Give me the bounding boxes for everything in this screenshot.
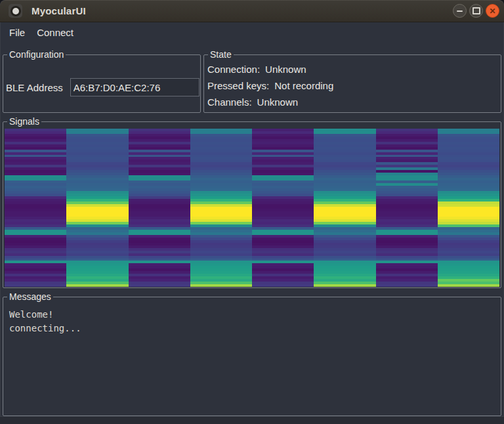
connection-value: Unknown <box>265 64 306 75</box>
menu-file[interactable]: File <box>3 24 31 41</box>
app-icon <box>9 4 22 18</box>
pressed-keys-label: Pressed keys: <box>207 80 269 91</box>
window-controls: ✕ <box>453 4 499 18</box>
channels-label: Channels: <box>207 96 252 108</box>
window-bottom-edge <box>0 416 504 424</box>
titlebar[interactable]: MyocularUI ✕ <box>0 0 504 22</box>
ble-address-row: BLE Address <box>6 77 200 97</box>
configuration-group: Configuration BLE Address <box>3 54 201 113</box>
app-icon-dot <box>12 8 19 14</box>
state-row-pressed-keys: Pressed keys: Not recording <box>207 77 497 94</box>
maximize-button[interactable] <box>469 4 483 18</box>
state-title: State <box>208 49 234 60</box>
state-row-channels: Channels: Unknown <box>207 94 497 110</box>
messages-log: Welcome! connecting... <box>9 308 81 335</box>
minimize-icon <box>457 11 463 12</box>
messages-title: Messages <box>7 291 53 303</box>
pressed-keys-value: Not recording <box>274 80 333 91</box>
app-window: MyocularUI ✕ File Connect Configuration … <box>0 0 504 424</box>
maximize-icon <box>472 7 480 14</box>
close-icon: ✕ <box>489 7 495 15</box>
connection-label: Connection: <box>207 64 260 75</box>
signals-heatmap <box>5 129 499 287</box>
menubar: File Connect <box>0 22 504 42</box>
state-row-connection: Connection: Unknown <box>207 61 497 77</box>
state-rows: Connection: Unknown Pressed keys: Not re… <box>207 61 497 110</box>
signals-group: Signals <box>3 121 501 288</box>
configuration-title: Configuration <box>7 49 66 60</box>
ble-address-input[interactable] <box>70 78 200 96</box>
close-button[interactable]: ✕ <box>486 4 499 18</box>
minimize-button[interactable] <box>453 4 467 18</box>
message-line: connecting... <box>9 322 81 335</box>
window-title: MyocularUI <box>32 5 86 16</box>
ble-address-label: BLE Address <box>6 82 63 93</box>
message-line: Welcome! <box>9 308 81 322</box>
menu-connect[interactable]: Connect <box>31 24 79 41</box>
signals-title: Signals <box>7 116 41 127</box>
state-group: State Connection: Unknown Pressed keys: … <box>203 54 501 113</box>
messages-group: Messages Welcome! connecting... <box>3 297 501 416</box>
channels-value: Unknown <box>257 96 299 108</box>
